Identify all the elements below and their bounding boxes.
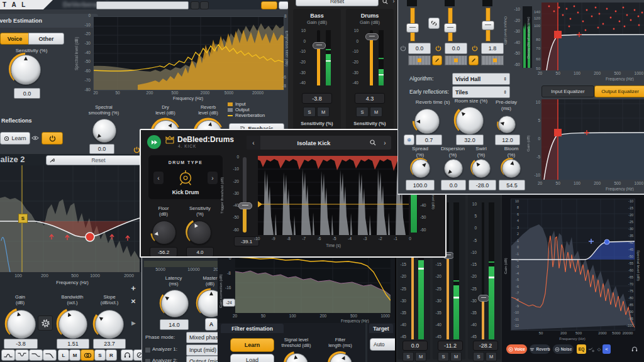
meter-value-3[interactable]: -28.2 xyxy=(473,341,498,351)
bloom-value[interactable]: 54.5 xyxy=(499,180,525,190)
room-size-value[interactable]: 32.0 xyxy=(456,134,484,145)
freeze-button[interactable]: ❄ xyxy=(404,134,414,145)
gain-correction-plot[interactable] xyxy=(235,253,391,313)
solo-2[interactable]: S xyxy=(438,352,449,361)
drums-fader-track[interactable] xyxy=(370,30,373,85)
filter-shape-lowshelf[interactable] xyxy=(29,349,43,361)
solo-1[interactable]: S xyxy=(402,352,414,361)
mute-3[interactable]: M xyxy=(486,352,497,361)
pan-strip-3[interactable] xyxy=(481,55,504,65)
channel-mid-button[interactable]: M xyxy=(69,349,80,361)
prev-preset-button[interactable] xyxy=(191,1,199,9)
channel-stereo-button[interactable] xyxy=(80,349,94,361)
pre-delay-value[interactable]: 12.0 xyxy=(495,134,520,145)
analyzer2-checkbox[interactable] xyxy=(145,358,151,362)
analyzer1-checkbox[interactable] xyxy=(145,347,151,353)
channel-left-button[interactable]: L xyxy=(58,349,69,361)
nav-zoom-button[interactable] xyxy=(367,136,379,150)
room-size-knob[interactable] xyxy=(456,107,484,134)
mute-2[interactable]: M xyxy=(450,352,462,361)
pan-strip-1[interactable] xyxy=(408,55,431,65)
filter-length-knob[interactable] xyxy=(330,353,352,362)
gain-value[interactable]: -3.8 xyxy=(4,339,38,349)
trigger-threshold-fader[interactable] xyxy=(243,157,247,233)
sensitivity-value[interactable]: 0.0 xyxy=(14,88,40,99)
sensitivity-knob[interactable] xyxy=(187,221,211,244)
voice-button[interactable]: Voice xyxy=(506,344,527,354)
tab-voice[interactable]: Voice xyxy=(0,33,30,45)
floor-value[interactable]: -56.2 xyxy=(150,247,177,257)
latency-knob[interactable] xyxy=(161,290,189,317)
filter-shape-bandpass[interactable] xyxy=(1,349,15,361)
nav-back-button[interactable]: ‹ xyxy=(247,136,260,150)
gate-icon-button[interactable] xyxy=(588,345,596,353)
reverb-time-knob[interactable] xyxy=(414,109,440,134)
mute-1[interactable]: M xyxy=(415,352,426,361)
bass-mute-button[interactable]: M xyxy=(317,107,330,117)
drums-mute-button[interactable]: M xyxy=(370,107,382,117)
band-settings-button[interactable] xyxy=(38,315,53,331)
nav-forward-button[interactable]: › xyxy=(379,136,391,150)
fader-3-value[interactable]: 1.8 xyxy=(481,43,504,54)
drum-type-prev-button[interactable]: ‹ xyxy=(153,172,164,184)
drums-fader-handle[interactable] xyxy=(365,33,379,40)
dispersion-knob[interactable] xyxy=(444,159,463,178)
decay-eq-plot[interactable] xyxy=(541,3,644,70)
bloom-knob[interactable] xyxy=(502,159,521,178)
fader-2-power[interactable] xyxy=(434,44,442,52)
drum-type-next-button[interactable]: › xyxy=(208,172,218,184)
add-band-button[interactable]: + xyxy=(128,283,138,292)
pan-edit-1[interactable] xyxy=(432,55,442,65)
preset-selector[interactable] xyxy=(96,1,189,9)
reverb-button[interactable]: Reverb xyxy=(530,344,550,354)
bass-fader-handle[interactable] xyxy=(313,42,326,49)
fader-track-3[interactable] xyxy=(482,202,484,339)
fader-1-handle[interactable] xyxy=(406,23,419,33)
drums-solo-button[interactable]: S xyxy=(356,107,369,117)
spectral-smoothing-knob[interactable] xyxy=(92,119,116,143)
target-auto-button[interactable]: Auto xyxy=(370,338,395,351)
next-preset-button[interactable] xyxy=(200,1,209,9)
fader-track-2[interactable] xyxy=(447,202,449,339)
focus-icon-button[interactable]: ◇ xyxy=(596,345,602,353)
fader-2-value[interactable]: 0.0 xyxy=(445,43,467,54)
next-band-chevron[interactable]: ▶ xyxy=(130,319,138,327)
fader-3-track[interactable] xyxy=(486,8,491,41)
output-eq-plot[interactable] xyxy=(541,99,644,180)
spectral-smoothing-value[interactable]: 0.0 xyxy=(89,144,114,154)
zoom-button[interactable] xyxy=(381,0,389,5)
solo-3[interactable]: S xyxy=(473,352,484,361)
dispersion-value[interactable]: 0.0 xyxy=(441,180,466,190)
expand-button[interactable]: › xyxy=(390,0,397,5)
meter-value-2[interactable]: -11.2 xyxy=(438,341,463,351)
meter-value-1[interactable]: 0.0 xyxy=(402,341,428,351)
fader-1-track[interactable] xyxy=(410,8,415,41)
tab-input-equalizer[interactable]: Input Equalizer xyxy=(541,85,594,97)
reset-button[interactable]: Reset xyxy=(296,0,379,6)
early-reflections-select[interactable]: Tiles ⇕ xyxy=(452,86,510,98)
remove-band-button[interactable]: ✕ xyxy=(128,297,138,305)
spread-value[interactable]: 100.0 xyxy=(406,180,435,190)
slope-knob[interactable] xyxy=(95,310,124,339)
learn-button[interactable]: Learn xyxy=(230,338,274,352)
bass-gain-value[interactable]: -3.8 xyxy=(302,93,332,104)
swirl-value[interactable]: -28.0 xyxy=(469,180,496,190)
channel-right-button[interactable]: R xyxy=(106,349,117,361)
swirl-knob[interactable] xyxy=(472,159,491,178)
sensitivity-knob[interactable] xyxy=(11,55,41,85)
menu-button[interactable] xyxy=(279,1,289,9)
bandwidth-knob[interactable] xyxy=(58,310,87,339)
spread-knob[interactable] xyxy=(411,159,430,178)
channel-side-button[interactable]: S xyxy=(94,349,106,361)
fader-3-power[interactable] xyxy=(470,44,479,52)
pan-edit-2[interactable] xyxy=(469,55,479,65)
floor-knob[interactable] xyxy=(152,221,176,244)
power-button[interactable] xyxy=(42,132,63,145)
sensitivity-value[interactable]: 4.0 xyxy=(186,247,214,257)
fader-1-power[interactable] xyxy=(399,44,407,52)
pan-strip-2[interactable] xyxy=(445,55,467,65)
compare-button[interactable]: < xyxy=(602,344,611,354)
bass-fader-track[interactable] xyxy=(317,30,320,85)
filter-shape-notch[interactable] xyxy=(15,349,29,361)
fader-2-track[interactable] xyxy=(448,8,453,41)
